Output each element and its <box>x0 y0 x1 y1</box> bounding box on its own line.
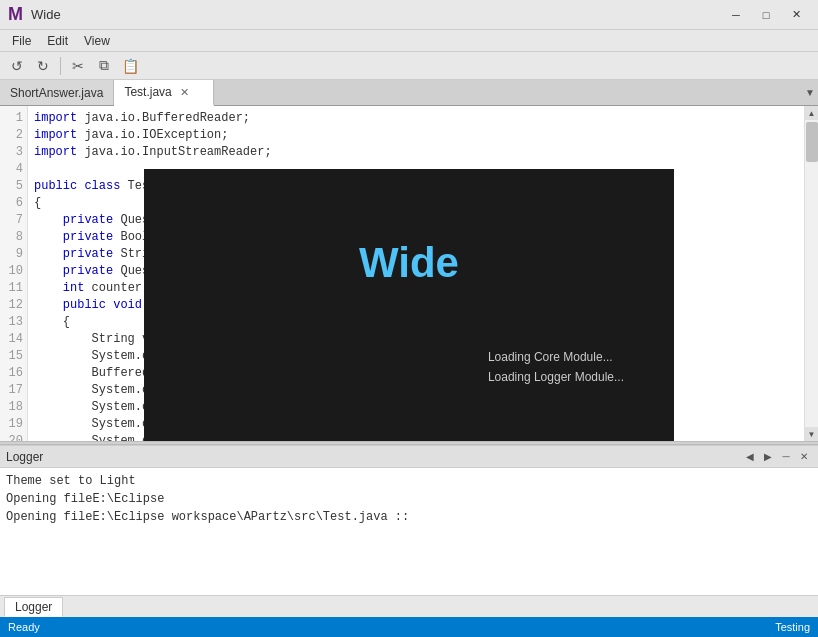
editor-scrollbar[interactable]: ▲ ▼ <box>804 106 818 441</box>
logger-minimize[interactable]: ─ <box>778 449 794 465</box>
menu-file[interactable]: File <box>4 32 39 50</box>
code-line-1: import java.io.BufferedReader; <box>34 110 798 127</box>
menu-bar: File Edit View <box>0 30 818 52</box>
tab-test-close[interactable]: ✕ <box>180 86 189 99</box>
undo-button[interactable]: ↺ <box>6 55 28 77</box>
status-bar: Ready Testing <box>0 617 818 637</box>
log-line-1: Theme set to Light <box>6 472 812 490</box>
redo-button[interactable]: ↻ <box>32 55 54 77</box>
status-right: Testing <box>775 621 810 633</box>
code-line-2: import java.io.IOException; <box>34 127 798 144</box>
menu-edit[interactable]: Edit <box>39 32 76 50</box>
menu-view[interactable]: View <box>76 32 118 50</box>
line-numbers: 12345 678910 1112131415 1617181920 <box>0 106 28 441</box>
tab-bar: ShortAnswer.java Test.java ✕ ▼ <box>0 80 818 106</box>
logger-close[interactable]: ✕ <box>796 449 812 465</box>
splash-overlay: Wide Loading Core Module... Loading Logg… <box>144 169 674 442</box>
tab-test[interactable]: Test.java ✕ <box>114 80 214 106</box>
loading-line-2: Loading Logger Module... <box>488 367 624 387</box>
splash-title: Wide <box>194 239 624 287</box>
splash-loading: Loading Core Module... Loading Logger Mo… <box>488 347 624 387</box>
tab-test-label: Test.java <box>124 85 171 99</box>
log-line-2: Opening fileE:\Eclipse <box>6 490 812 508</box>
main-area: 12345 678910 1112131415 1617181920 impor… <box>0 106 818 595</box>
logger-header: Logger ◀ ▶ ─ ✕ <box>0 446 818 468</box>
tab-shortanswer[interactable]: ShortAnswer.java <box>0 80 114 105</box>
bottom-tab-logger[interactable]: Logger <box>4 597 63 617</box>
scroll-down-arrow[interactable]: ▼ <box>805 427 819 441</box>
title-bar: M Wide ─ □ ✕ <box>0 0 818 30</box>
tab-shortanswer-label: ShortAnswer.java <box>10 86 103 100</box>
scroll-thumb[interactable] <box>806 122 818 162</box>
vs-icon: M <box>8 4 23 25</box>
logger-scroll-left[interactable]: ◀ <box>742 449 758 465</box>
bottom-tab-logger-label: Logger <box>15 600 52 614</box>
log-line-3: Opening fileE:\Eclipse workspace\APartz\… <box>6 508 812 526</box>
logger-panel-title: Logger <box>6 450 43 464</box>
logger-scroll-right[interactable]: ▶ <box>760 449 776 465</box>
scroll-up-arrow[interactable]: ▲ <box>805 106 819 120</box>
toolbar-separator <box>60 57 61 75</box>
logger-panel: Logger ◀ ▶ ─ ✕ Theme set to Light Openin… <box>0 445 818 595</box>
status-left: Ready <box>8 621 775 633</box>
logger-panel-controls: ◀ ▶ ─ ✕ <box>742 449 812 465</box>
logger-content: Theme set to Light Opening fileE:\Eclips… <box>0 468 818 595</box>
paste-button[interactable]: 📋 <box>119 55 141 77</box>
toolbar: ↺ ↻ ✂ ⧉ 📋 <box>0 52 818 80</box>
loading-line-1: Loading Core Module... <box>488 347 624 367</box>
editor: 12345 678910 1112131415 1617181920 impor… <box>0 106 818 441</box>
bottom-tab-bar: Logger <box>0 595 818 617</box>
minimize-button[interactable]: ─ <box>722 4 750 26</box>
window-controls: ─ □ ✕ <box>722 4 810 26</box>
window-title: Wide <box>31 7 722 22</box>
copy-button[interactable]: ⧉ <box>93 55 115 77</box>
tab-scroll-right[interactable]: ▼ <box>802 80 818 105</box>
code-line-3: import java.io.InputStreamReader; <box>34 144 798 161</box>
cut-button[interactable]: ✂ <box>67 55 89 77</box>
maximize-button[interactable]: □ <box>752 4 780 26</box>
close-button[interactable]: ✕ <box>782 4 810 26</box>
